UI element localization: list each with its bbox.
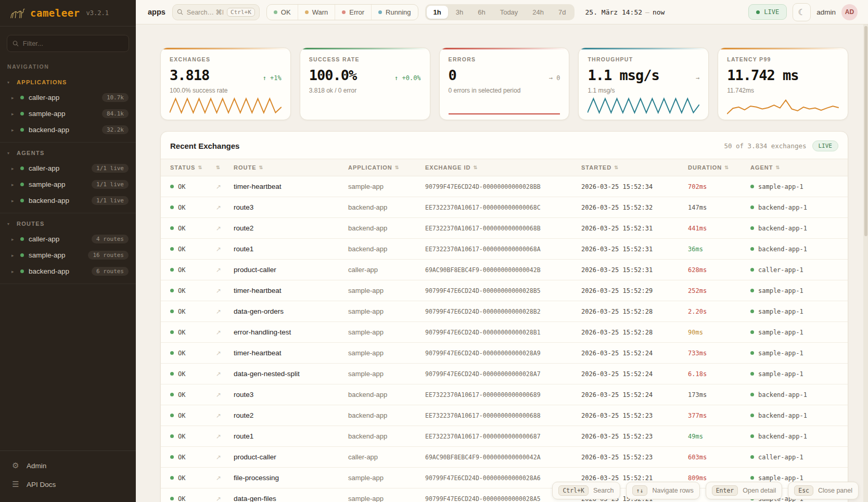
agent-cell: backend-app-1 (750, 225, 838, 232)
sidebar-item-caller-app[interactable]: ▸ caller-app 1/1 live (0, 160, 136, 176)
window-scrollbar[interactable] (863, 24, 868, 502)
time-range-display[interactable]: 25. März 14:52—now (581, 8, 671, 16)
live-toggle-button[interactable]: LIVE (748, 4, 787, 20)
sidebar-section-header[interactable]: ▾ APPLICATIONS (0, 74, 136, 89)
exchange-id-cell: EE7322370A10617-0000000000000687 (425, 433, 581, 440)
status-filter-running[interactable]: Running (371, 5, 417, 20)
sidebar-item-sample-app[interactable]: ▸ sample-app 84.1k (0, 106, 136, 122)
open-exchange-icon[interactable]: ↗ (216, 474, 234, 482)
open-exchange-icon[interactable]: ↗ (216, 370, 234, 378)
started-cell: 2026-03-25 15:52:21 (581, 474, 688, 482)
table-row[interactable]: OK ↗ route2 backend-app EE7322370A10617-… (161, 405, 848, 426)
table-row[interactable]: OK ↗ data-gen-nested-split sample-app 90… (161, 364, 848, 384)
duration-cell: 603ms (688, 454, 750, 461)
table-row[interactable]: OK ↗ product-caller caller-app 69AC90BF8… (161, 260, 848, 280)
table-row[interactable]: OK ↗ route1 backend-app EE7322370A10617-… (161, 239, 848, 260)
status-dot (20, 269, 24, 273)
open-exchange-icon[interactable]: ↗ (216, 495, 234, 502)
application-cell: backend-app (348, 224, 425, 232)
open-exchange-icon[interactable]: ↗ (216, 433, 234, 440)
footer-item-api-docs[interactable]: ☰ API Docs (0, 475, 136, 494)
sidebar-item-sample-app[interactable]: ▸ sample-app 1/1 live (0, 176, 136, 192)
column-header-status[interactable]: STATUS⇅ (170, 164, 216, 171)
route-cell: route1 (234, 245, 348, 253)
open-exchange-icon[interactable]: ↗ (216, 308, 234, 315)
sidebar-item-caller-app[interactable]: ▸ caller-app 10.7k (0, 89, 136, 106)
time-range-7d[interactable]: 7d (552, 6, 572, 19)
column-header-started[interactable]: STARTED⇅ (581, 164, 688, 171)
open-exchange-icon[interactable]: ↗ (216, 287, 234, 294)
column-header-route[interactable]: ROUTE⇅ (234, 164, 348, 171)
kpi-card-throughput: THROUGHPUT 1.1 msg/s → 1.1 msg/s (578, 47, 709, 120)
column-header-agent[interactable]: AGENT⇅ (750, 164, 838, 171)
sidebar-item-caller-app[interactable]: ▸ caller-app 4 routes (0, 231, 136, 247)
open-exchange-icon[interactable]: ↗ (216, 329, 234, 336)
status-cell: OK (170, 204, 216, 211)
table-row[interactable]: OK ↗ route1 backend-app EE7322370A10617-… (161, 426, 848, 447)
ok-status-dot (170, 247, 174, 251)
ok-status-dot (170, 372, 174, 376)
scrollbar-thumb[interactable] (864, 26, 867, 236)
keyboard-hint-navigate-rows: ↑↓ Navigate rows (626, 482, 700, 499)
time-range-24h[interactable]: 24h (526, 6, 551, 19)
status-cell: OK (170, 495, 216, 502)
global-search[interactable]: Search… ⌘K Ctrl+K (172, 4, 260, 20)
caret-right-icon: ▸ (11, 111, 16, 117)
column-header-exchange-id[interactable]: EXCHANGE ID⇅ (425, 164, 581, 171)
sidebar-section-header[interactable]: ▾ AGENTS (0, 145, 136, 160)
sidebar-item-backend-app[interactable]: ▸ backend-app 1/1 live (0, 192, 136, 209)
time-range-1h[interactable]: 1h (427, 6, 448, 19)
status-filter-warn[interactable]: Warn (298, 5, 335, 20)
status-cell: OK (170, 225, 216, 232)
open-exchange-icon[interactable]: ↗ (216, 266, 234, 274)
open-exchange-icon[interactable]: ↗ (216, 454, 234, 461)
filter-input[interactable] (23, 40, 123, 47)
table-row[interactable]: OK ↗ error-handling-test sample-app 9079… (161, 322, 848, 343)
agent-cell: sample-app-1 (750, 183, 838, 190)
sort-icon: ⇅ (473, 165, 478, 170)
table-row[interactable]: OK ↗ timer-heartbeat sample-app 90799F47… (161, 176, 848, 197)
kpi-subtitle: 0 errors in selected period (449, 87, 560, 94)
open-exchange-icon[interactable]: ↗ (216, 183, 234, 190)
avatar[interactable]: AD (841, 4, 858, 20)
sidebar-section-header[interactable]: ▾ ROUTES (0, 215, 136, 231)
column-header-duration[interactable]: DURATION⇅ (688, 164, 750, 171)
open-exchange-icon[interactable]: ↗ (216, 246, 234, 253)
column-header-expand[interactable]: ⇅ (216, 165, 234, 170)
open-exchange-icon[interactable]: ↗ (216, 412, 234, 419)
time-from: 25. März 14:52 (585, 8, 643, 16)
live-label: LIVE (764, 8, 779, 16)
status-filter-ok[interactable]: OK (267, 5, 298, 20)
agent-cell: sample-app-1 (750, 370, 838, 378)
sidebar-item-sample-app[interactable]: ▸ sample-app 16 routes (0, 247, 136, 263)
kpi-value: 0 (449, 67, 456, 83)
status-cell: OK (170, 370, 216, 378)
table-row[interactable]: OK ↗ data-gen-orders sample-app 90799F47… (161, 301, 848, 322)
footer-item-admin[interactable]: ⚙ Admin (0, 456, 136, 475)
table-row[interactable]: OK ↗ timer-heartbeat sample-app 90799F47… (161, 343, 848, 364)
status-filter-group: OKWarnErrorRunning (266, 4, 418, 20)
sort-icon: ⇅ (776, 165, 781, 170)
open-exchange-icon[interactable]: ↗ (216, 391, 234, 398)
time-range-6h[interactable]: 6h (471, 6, 492, 19)
application-cell: sample-app (348, 287, 425, 294)
sidebar-filter[interactable] (7, 35, 129, 52)
live-dot (756, 10, 760, 14)
status-filter-error[interactable]: Error (335, 5, 371, 20)
started-cell: 2026-03-25 15:52:28 (581, 329, 688, 336)
table-row[interactable]: OK ↗ product-caller caller-app 69AC90BF8… (161, 447, 848, 468)
open-exchange-icon[interactable]: ↗ (216, 350, 234, 357)
table-row[interactable]: OK ↗ timer-heartbeat sample-app 90799F47… (161, 280, 848, 301)
theme-toggle-button[interactable]: ☾ (793, 3, 811, 21)
column-header-application[interactable]: APPLICATION⇅ (348, 164, 425, 171)
table-row[interactable]: OK ↗ route3 backend-app EE7322370A10617-… (161, 197, 848, 218)
time-range-today[interactable]: Today (493, 6, 525, 19)
exchange-id-cell: EE7322370A10617-000000000000068A (425, 246, 581, 253)
sidebar-item-backend-app[interactable]: ▸ backend-app 6 routes (0, 263, 136, 279)
open-exchange-icon[interactable]: ↗ (216, 225, 234, 232)
table-row[interactable]: OK ↗ route3 backend-app EE7322370A10617-… (161, 384, 848, 405)
open-exchange-icon[interactable]: ↗ (216, 204, 234, 211)
sidebar-item-backend-app[interactable]: ▸ backend-app 32.2k (0, 122, 136, 138)
table-row[interactable]: OK ↗ route2 backend-app EE7322370A10617-… (161, 218, 848, 239)
time-range-3h[interactable]: 3h (449, 6, 470, 19)
